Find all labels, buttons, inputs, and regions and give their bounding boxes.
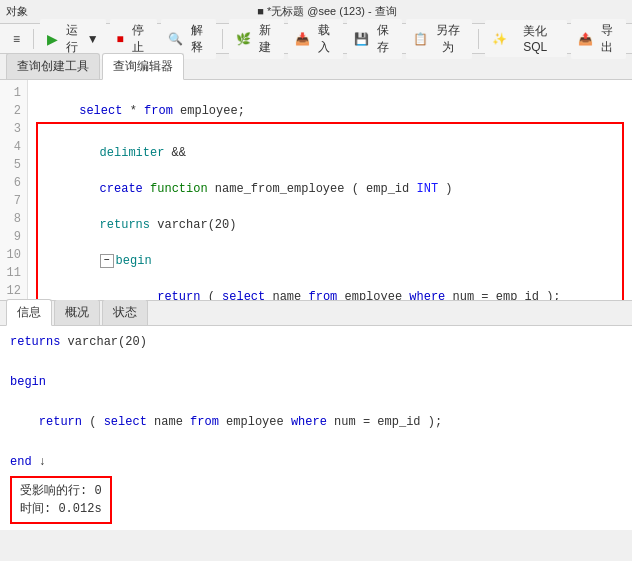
info-line-5: return ( select name from employee where… [10,412,622,432]
code-line-3: delimiter && [42,126,618,144]
divider2 [222,29,223,49]
run-dropdown-icon: ▼ [87,32,99,46]
beautify-icon: ✨ [492,32,507,46]
code-line-9: −begin [42,234,618,252]
code-line-1: select * from employee; [36,84,624,102]
toolbar: ≡ ▶ 运行 ▼ ■ 停止 🔍 解释 🌿 新建 📥 载入 💾 保存 📋 另存为 … [0,24,632,54]
beautify-label: 美化 SQL [510,23,560,54]
run-label: 运行 [61,22,84,56]
rows-affected: 受影响的行: 0 [20,482,102,500]
load-icon: 📥 [295,32,310,46]
saveas-button[interactable]: 📋 另存为 [406,19,473,59]
saveas-icon: 📋 [413,32,428,46]
highlighted-block: delimiter && create function name_from_e… [36,122,624,300]
explain-label: 解释 [186,22,209,56]
info-line-2 [10,352,622,372]
save-button[interactable]: 💾 保存 [347,19,402,59]
info-line-1: returns varchar(20) [10,332,622,352]
tab-status[interactable]: 状态 [102,299,148,325]
code-line-7: returns varchar(20) [42,198,618,216]
status-box: 受影响的行: 0 时间: 0.012s [10,476,112,524]
load-label: 载入 [313,22,336,56]
saveas-label: 另存为 [431,22,466,56]
tab-info[interactable]: 信息 [6,299,52,326]
line-numbers: 1 2 3 4 5 6 7 8 9 10 11 12 13 14 15 16 [0,80,28,300]
divider1 [33,29,34,49]
save-label: 保存 [372,22,395,56]
stop-icon: ■ [117,32,124,46]
fold-icon[interactable]: − [100,254,114,268]
stop-label: 停止 [127,22,150,56]
export-button[interactable]: 📤 导出 [571,19,626,59]
title-left: 对象 [6,4,28,19]
code-line-5: create function name_from_employee ( emp… [42,162,618,180]
editor-area[interactable]: 1 2 3 4 5 6 7 8 9 10 11 12 13 14 15 16 s… [0,80,632,300]
load-button[interactable]: 📥 载入 [288,19,343,59]
info-panel: returns varchar(20) begin return ( selec… [0,326,632,530]
bottom-section: 信息 概况 状态 returns varchar(20) begin retur… [0,300,632,530]
explain-icon: 🔍 [168,32,183,46]
export-icon: 📤 [578,32,593,46]
beautify-button[interactable]: ✨ 美化 SQL [485,20,567,57]
save-icon: 💾 [354,32,369,46]
info-line-4 [10,392,622,412]
code-content[interactable]: select * from employee; delimiter && cre… [28,80,632,300]
new-icon: 🌿 [236,32,251,46]
export-label: 导出 [596,22,619,56]
tab-query-builder[interactable]: 查询创建工具 [6,53,100,79]
divider3 [478,29,479,49]
run-icon: ▶ [47,31,58,47]
new-button[interactable]: 🌿 新建 [229,19,284,59]
info-line-3: begin [10,372,622,392]
new-label: 新建 [254,22,277,56]
tab-overview[interactable]: 概况 [54,299,100,325]
tab-query-editor[interactable]: 查询编辑器 [102,53,184,80]
info-line-6 [10,432,622,452]
menu-icon: ≡ [13,32,20,46]
time-elapsed: 时间: 0.012s [20,500,102,518]
code-line-11: return ( select name from employee where… [42,270,618,288]
bottom-tabs: 信息 概况 状态 [0,300,632,326]
window-title: ■ *无标题 @see (123) - 查询 [28,4,626,19]
info-line-7: end ↓ [10,452,622,472]
menu-button[interactable]: ≡ [6,29,27,49]
